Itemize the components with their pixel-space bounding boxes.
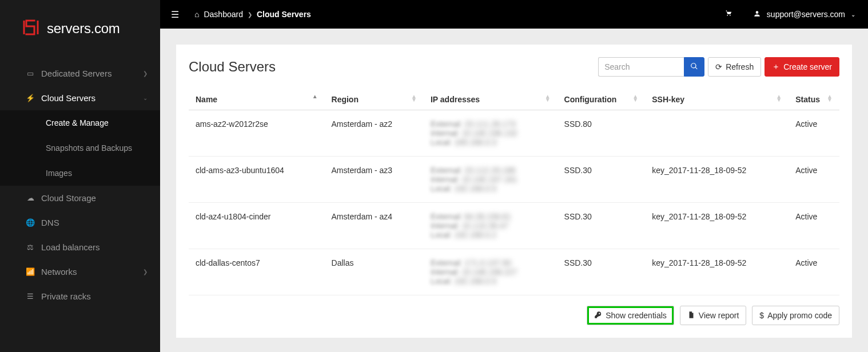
sidebar-item-cloud-storage[interactable]: ☁ Cloud Storage: [0, 186, 160, 210]
sidebar-item-label: Load balancers: [41, 242, 100, 252]
sidebar-item-label: Create & Manage: [46, 118, 109, 127]
button-label: View report: [699, 311, 739, 320]
sidebar: servers.com ▭ Dedicated Servers ❯ ⚡ Clou…: [0, 0, 160, 352]
search-input[interactable]: [598, 57, 684, 77]
sidebar-item-label: Private racks: [41, 291, 91, 301]
sort-icon: ▲▼: [827, 95, 833, 102]
signal-icon: 📶: [25, 267, 35, 276]
user-menu[interactable]: support@servers.com ⌄: [753, 10, 855, 19]
cell-region: Dallas: [325, 249, 424, 295]
cloud-icon: ☁: [25, 194, 35, 202]
sidebar-sub-snapshots[interactable]: Snapshots and Backups: [0, 135, 160, 161]
cell-config: SSD.30: [558, 249, 646, 295]
brand-text: servers.com: [47, 21, 120, 37]
cell-name: cld-az4-u1804-cinder: [189, 203, 325, 249]
crumb-current: Cloud Servers: [257, 10, 311, 19]
chevron-right-icon: ❯: [143, 70, 148, 77]
cell-sshkey: key_2017-11-28_18-09-52: [645, 249, 789, 295]
button-label: Show credentials: [606, 311, 667, 320]
plus-icon: ＋: [772, 62, 780, 72]
home-icon[interactable]: ⌂: [194, 10, 199, 19]
apply-promo-button[interactable]: $ Apply promo code: [752, 306, 839, 325]
sidebar-item-dedicated[interactable]: ▭ Dedicated Servers ❯: [0, 61, 160, 86]
chevron-down-icon: ⌄: [143, 95, 148, 101]
refresh-button[interactable]: ⟳ Refresh: [708, 57, 761, 77]
cell-ip: External:23.112.29.186Internal:10.140.19…: [424, 157, 558, 203]
cloud-servers-panel: Cloud Servers ⟳ Refresh: [176, 45, 852, 338]
servers-table: Name▲ Region▲▼ IP addresses▲▼ Configurat…: [189, 89, 839, 295]
col-status[interactable]: Status▲▼: [789, 89, 839, 110]
button-label: Create server: [783, 62, 832, 71]
view-report-button[interactable]: View report: [680, 306, 747, 325]
cart-icon[interactable]: [724, 9, 732, 19]
server-icon: ▭: [25, 69, 35, 78]
user-icon: [753, 10, 761, 19]
key-icon: [594, 311, 602, 321]
sort-asc-icon: ▲: [312, 95, 318, 98]
sort-icon: ▲▼: [776, 95, 782, 102]
table-row[interactable]: cld-az4-u1804-cinderAmsterdam - az4Exter…: [189, 203, 839, 249]
sidebar-item-label: Dedicated Servers: [41, 69, 112, 78]
cell-config: SSD.80: [558, 110, 646, 157]
chevron-right-icon: ❯: [143, 269, 148, 275]
search-icon: [690, 62, 698, 72]
cell-ip: External:23.111.26.173Internal:10.140.19…: [424, 110, 558, 157]
cell-sshkey: [645, 110, 789, 157]
cell-name: ams-az2-w2012r2se: [189, 110, 325, 157]
file-icon: [687, 311, 695, 321]
page-title: Cloud Servers: [189, 59, 276, 75]
brand-logo[interactable]: servers.com: [0, 0, 160, 61]
sidebar-sub-create-manage[interactable]: Create & Manage: [0, 110, 160, 135]
topbar: ☰ ⌂ Dashboard ❯ Cloud Servers support@se…: [160, 0, 868, 29]
table-row[interactable]: ams-az2-w2012r2seAmsterdam - az2External…: [189, 110, 839, 157]
refresh-icon: ⟳: [715, 62, 722, 71]
cell-config: SSD.30: [558, 203, 646, 249]
cell-region: Amsterdam - az4: [325, 203, 424, 249]
col-sshkey[interactable]: SSH-key▲▼: [645, 89, 789, 110]
cell-ip: External:171.0.137.90Internal:10.146.198…: [424, 249, 558, 295]
cell-status: Active: [789, 157, 839, 203]
sidebar-item-label: Images: [46, 169, 72, 178]
cell-region: Amsterdam - az2: [325, 110, 424, 157]
sidebar-item-networks[interactable]: 📶 Networks ❯: [0, 259, 160, 284]
cell-status: Active: [789, 110, 839, 157]
chevron-right-icon: ❯: [248, 11, 252, 18]
cell-status: Active: [789, 203, 839, 249]
sidebar-item-private-racks[interactable]: ☰ Private racks: [0, 284, 160, 309]
sidebar-item-label: Networks: [41, 267, 77, 277]
sidebar-item-load-balancers[interactable]: ⚖ Load balancers: [0, 235, 160, 259]
chevron-down-icon: ⌄: [851, 11, 855, 18]
col-region[interactable]: Region▲▼: [325, 89, 424, 110]
crumb-root[interactable]: Dashboard: [204, 10, 243, 19]
dollar-icon: $: [759, 311, 764, 320]
col-config[interactable]: Configuration▲▼: [558, 89, 646, 110]
create-server-button[interactable]: ＋ Create server: [765, 57, 839, 77]
sidebar-item-label: Cloud Servers: [41, 93, 95, 103]
col-name[interactable]: Name▲: [189, 89, 325, 110]
sidebar-item-label: Cloud Storage: [41, 193, 96, 203]
sort-icon: ▲▼: [632, 95, 638, 102]
button-label: Apply promo code: [767, 311, 832, 320]
table-row[interactable]: cld-dallas-centos7DallasExternal:171.0.1…: [189, 249, 839, 295]
sidebar-item-cloud-servers[interactable]: ⚡ Cloud Servers ⌄: [0, 86, 160, 110]
show-credentials-button[interactable]: Show credentials: [587, 306, 674, 325]
cell-ip: External:64.39.156.61Internal:10.110.39.…: [424, 203, 558, 249]
sort-icon: ▲▼: [411, 95, 417, 102]
col-ip[interactable]: IP addresses▲▼: [424, 89, 558, 110]
user-email: support@servers.com: [767, 10, 845, 19]
search-button[interactable]: [684, 57, 704, 77]
bolt-icon: ⚡: [25, 94, 35, 102]
hamburger-icon[interactable]: ☰: [164, 9, 186, 20]
button-label: Refresh: [726, 62, 754, 71]
cell-name: cld-dallas-centos7: [189, 249, 325, 295]
sidebar-sub-images[interactable]: Images: [0, 161, 160, 186]
scale-icon: ⚖: [25, 243, 35, 251]
brand-mark-icon: [22, 18, 40, 38]
cell-region: Amsterdam - az3: [325, 157, 424, 203]
table-row[interactable]: cld-ams-az3-ubuntu1604Amsterdam - az3Ext…: [189, 157, 839, 203]
sidebar-item-label: DNS: [41, 218, 59, 227]
search-group: [598, 57, 704, 77]
sidebar-item-dns[interactable]: 🌐 DNS: [0, 210, 160, 235]
cell-status: Active: [789, 249, 839, 295]
rack-icon: ☰: [25, 292, 35, 301]
